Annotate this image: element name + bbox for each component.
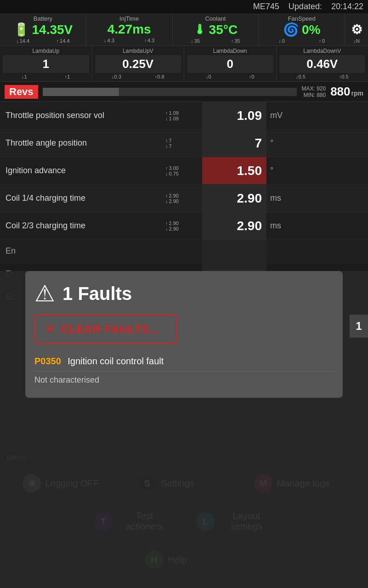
lambdadownv-value: 0.46V <box>279 55 366 73</box>
lambdaup-label: LambdaUp <box>3 48 89 54</box>
coolant-cell: Coolant 🌡 35°C ↓35 ↑35 <box>173 13 259 45</box>
fault-code: P0350 <box>34 356 61 366</box>
coolant-value: 🌡 35°C <box>176 22 256 37</box>
revs-value: 880rpm <box>330 85 363 99</box>
injtime-cell: InjTime 4.27ms ↓4.3 ↑4.3 <box>86 13 173 45</box>
fanspeed-sub: ↓0 ↑0 <box>261 37 342 44</box>
revs-bar: Revs MAX: 920 MIN: 880 880rpm <box>0 82 368 102</box>
injtime-label: InjTime <box>89 15 170 22</box>
table-row: Throttle position sensor vol ↑ 1.09 ↓ 1.… <box>0 102 368 130</box>
lambdadown-label: LambdaDown <box>187 48 273 54</box>
lambdaup-value: 1 <box>3 55 89 73</box>
lambdaup-sub: ↓1 ↑1 <box>3 74 89 79</box>
revs-fill <box>43 88 119 96</box>
row-unit: ° <box>266 138 368 148</box>
fanspeed-label: FanSpeed <box>261 15 342 22</box>
gear-label <box>348 15 365 22</box>
fan-icon: 🌀 <box>283 22 299 37</box>
fault-sub: Not characterised <box>34 372 334 389</box>
lambda-row: LambdaUp 1 ↓1 ↑1 LambdaUpV 0.25V ↓0.3 ↑0… <box>0 46 368 82</box>
row-minmax: ↑ 1.09 ↓ 1.09 <box>165 110 202 121</box>
injtime-value: 4.27ms <box>89 22 170 37</box>
injtime-sub: ↓4.3 ↑4.3 <box>89 37 170 43</box>
row-minmax: ↑ 2.90 ↓ 2.90 <box>165 220 202 232</box>
time-display: 20:14:22 <box>331 2 363 11</box>
battery-icon: 🔋 <box>13 22 29 37</box>
lambda-up-cell: LambdaUp 1 ↓1 ↑1 <box>0 46 92 81</box>
row-minmax: ↑ 2.90 ↓ 2.90 <box>165 193 202 204</box>
row-minmax: ↑ 7 ↓ 7 <box>165 138 202 149</box>
row-label: Coil 1/4 charging time <box>0 193 165 203</box>
table-row: Coil 2/3 charging time ↑ 2.90 ↓ 2.90 2.9… <box>0 212 368 240</box>
error-badge: 1 <box>350 315 368 338</box>
metrics-row: Battery 🔋 14.35V ↓14.4 ↑14.4 InjTime 4.2… <box>0 13 368 46</box>
table-row: Coil 1/4 charging time ↑ 2.90 ↓ 2.90 2.9… <box>0 185 368 212</box>
lambdaupv-label: LambdaUpV <box>95 48 181 54</box>
lambdadownv-label: LambdaDownV <box>279 48 366 54</box>
coolant-sub: ↓35 ↑35 <box>176 37 256 44</box>
fault-dialog: ⚠ 1 Faults ✕ CLEAR FAULTS... P0350 Ignit… <box>25 271 343 398</box>
row-value: 1.50 <box>202 157 266 184</box>
battery-cell: Battery 🔋 14.35V ↓14.4 ↑14.4 <box>0 13 86 45</box>
revs-track <box>43 88 297 96</box>
row-label: Throttle angle position <box>0 138 165 148</box>
fault-description: Ignition coil control fault <box>68 356 164 366</box>
gear-icon: ⚙ <box>351 22 362 37</box>
warning-icon: ⚠ <box>34 280 55 307</box>
clear-faults-button[interactable]: ✕ CLEAR FAULTS... <box>34 314 177 344</box>
lambda-downv-cell: LambdaDownV 0.46V ↓0.5 ↑0.5 <box>277 46 368 81</box>
battery-value: 🔋 14.35V <box>3 22 83 37</box>
row-label: Ignition advance <box>0 166 165 175</box>
fanspeed-value: 🌀 0% <box>261 22 342 37</box>
lambdaupv-value: 0.25V <box>95 55 181 73</box>
coolant-label: Coolant <box>176 15 256 22</box>
gear-sub: ↓N <box>348 37 365 44</box>
fault-title: 1 Faults <box>62 283 132 304</box>
gear-value: ⚙ <box>348 22 365 37</box>
x-icon: ✕ <box>45 322 55 337</box>
battery-sub: ↓14.4 ↑14.4 <box>3 37 83 44</box>
fault-code-row: P0350 Ignition coil control fault <box>34 351 334 372</box>
row-unit: mV <box>266 111 368 120</box>
row-value: 2.90 <box>202 185 266 212</box>
table-row: Throttle angle position ↑ 7 ↓ 7 7 ° <box>0 130 368 157</box>
fault-header: ⚠ 1 Faults <box>34 280 334 307</box>
row-value: 7 <box>202 130 266 157</box>
lambdadown-value: 0 <box>187 55 273 73</box>
row-label: Throttle position sensor vol <box>0 111 165 120</box>
row-label: En <box>0 246 165 256</box>
device-id: ME745 <box>253 2 279 11</box>
lambdadown-sub: ↓0 ↑0 <box>187 74 273 79</box>
lambdaupv-sub: ↓0.3 ↑0.8 <box>95 74 181 79</box>
lambda-upv-cell: LambdaUpV 0.25V ↓0.3 ↑0.8 <box>92 46 185 81</box>
updated-label: Updated: <box>289 2 322 11</box>
row-unit: ms <box>266 221 368 231</box>
row-label: Coil 2/3 charging time <box>0 221 165 231</box>
lambda-down-cell: LambdaDown 0 ↓0 ↑0 <box>184 46 277 81</box>
row-unit: ms <box>266 193 368 203</box>
revs-label: Revs <box>5 85 38 99</box>
coolant-icon: 🌡 <box>193 22 206 37</box>
clear-faults-label: CLEAR FAULTS... <box>61 323 160 336</box>
row-value: 2.90 <box>202 212 266 239</box>
table-row: Ignition advance ↑ 3.00 ↓ 0.75 1.50 ° <box>0 157 368 185</box>
revs-minmax: MAX: 920 MIN: 880 <box>301 85 326 98</box>
row-value: 1.09 <box>202 102 266 129</box>
battery-label: Battery <box>3 15 83 22</box>
gear-cell: ⚙ ↓N <box>345 13 368 45</box>
row-minmax: ↑ 3.00 ↓ 0.75 <box>165 165 202 176</box>
table-row: En <box>0 240 368 263</box>
lambdadownv-sub: ↓0.5 ↑0.5 <box>279 74 366 79</box>
fanspeed-cell: FanSpeed 🌀 0% ↓0 ↑0 <box>259 13 345 45</box>
row-unit: ° <box>266 166 368 175</box>
top-bar: ME745 Updated: 20:14:22 <box>0 0 368 13</box>
row-value <box>202 240 266 262</box>
